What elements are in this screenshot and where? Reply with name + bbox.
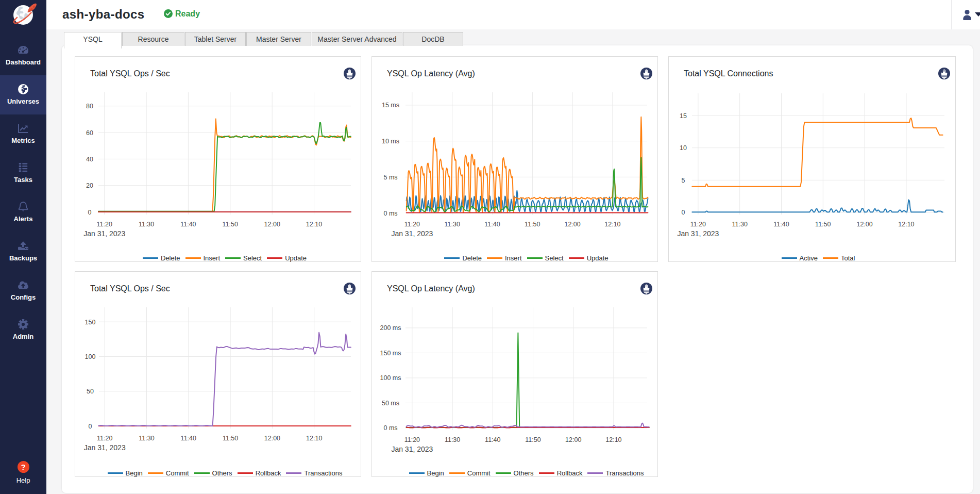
svg-text:12:00: 12:00 [264,221,280,228]
svg-text:11:50: 11:50 [223,435,238,442]
svg-text:11:20: 11:20 [97,221,112,228]
svg-text:11:30: 11:30 [445,436,460,443]
svg-text:150 ms: 150 ms [380,350,401,357]
svg-text:60: 60 [86,129,93,137]
svg-text:11:40: 11:40 [484,221,500,228]
svg-text:11:30: 11:30 [732,221,748,228]
svg-text:12:00: 12:00 [565,436,581,443]
svg-text:11:40: 11:40 [485,436,500,443]
svg-text:11:40: 11:40 [180,221,196,228]
svg-text:11:40: 11:40 [181,435,196,442]
svg-text:11:30: 11:30 [139,221,154,228]
svg-text:100 ms: 100 ms [380,374,401,382]
svg-text:0: 0 [89,423,92,430]
svg-text:50: 50 [87,388,94,395]
svg-text:40: 40 [86,156,93,163]
svg-text:11:20: 11:20 [404,221,420,228]
svg-text:11:30: 11:30 [445,221,460,228]
svg-text:11:50: 11:50 [525,221,540,228]
svg-text:150: 150 [85,319,96,326]
svg-text:11:20: 11:20 [690,221,706,228]
svg-text:11:40: 11:40 [773,221,789,228]
svg-text:12:10: 12:10 [604,221,620,228]
svg-text:Jan 31, 2023: Jan 31, 2023 [84,443,126,452]
svg-text:15 ms: 15 ms [382,102,399,109]
svg-text:12:10: 12:10 [306,221,322,228]
svg-text:100: 100 [85,353,96,360]
svg-text:80: 80 [86,103,93,110]
svg-text:11:20: 11:20 [97,435,112,442]
svg-text:11:50: 11:50 [815,221,831,228]
svg-text:50 ms: 50 ms [382,400,399,407]
svg-text:0 ms: 0 ms [383,210,397,217]
svg-text:12:10: 12:10 [605,436,621,443]
svg-text:5 ms: 5 ms [383,174,397,181]
svg-text:Jan 31, 2023: Jan 31, 2023 [83,229,125,238]
svg-text:0 ms: 0 ms [383,424,397,432]
svg-text:12:10: 12:10 [898,221,914,228]
svg-text:10 ms: 10 ms [382,138,399,145]
svg-text:11:20: 11:20 [404,436,420,443]
svg-text:12:00: 12:00 [264,435,280,442]
svg-text:11:50: 11:50 [223,221,238,228]
svg-text:Jan 31, 2023: Jan 31, 2023 [391,445,433,453]
svg-text:200 ms: 200 ms [380,324,401,332]
svg-text:10: 10 [680,144,687,152]
svg-text:0: 0 [682,209,685,216]
svg-text:12:00: 12:00 [856,221,872,228]
svg-text:5: 5 [682,177,685,184]
svg-text:20: 20 [86,182,93,189]
svg-text:12:00: 12:00 [564,221,580,228]
svg-text:15: 15 [680,112,687,120]
svg-text:0: 0 [88,209,92,216]
svg-text:11:50: 11:50 [525,436,540,443]
svg-text:11:30: 11:30 [139,435,154,442]
svg-text:Jan 31, 2023: Jan 31, 2023 [677,229,719,238]
svg-text:12:10: 12:10 [306,435,322,442]
svg-text:Jan 31, 2023: Jan 31, 2023 [391,229,433,238]
